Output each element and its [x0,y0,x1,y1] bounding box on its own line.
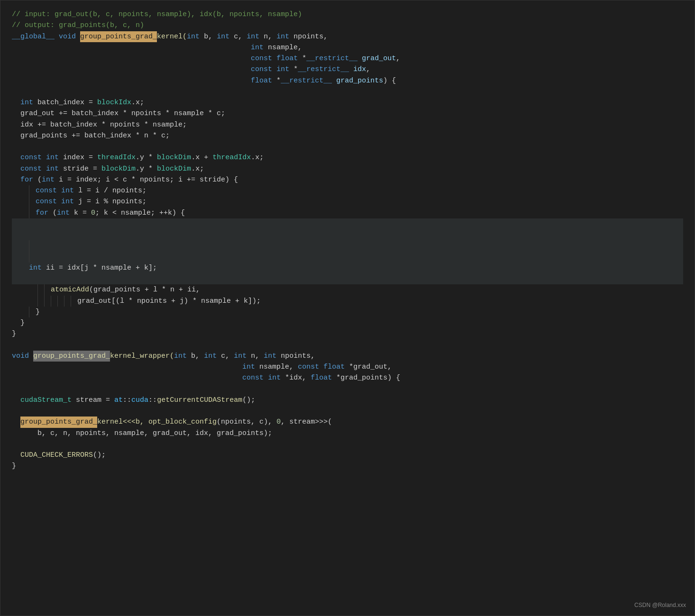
code-line-19: for (int k = 0; k < nsample; ++k) { [12,208,683,218]
comment-text-2: // output: grad_points(b, c, n) [12,20,144,31]
void-keyword: void [59,31,76,42]
code-line-6: const int *__restrict__ idx, [12,64,683,75]
code-line-31: cudaStream_t stream = at::cuda::getCurre… [12,395,683,406]
func-name-hl: group_points_grad_ [80,31,157,42]
code-line-20: int ii = idx[j * nsample + k]; [12,218,683,285]
wrapper-func-hl: group_points_grad_ [33,351,110,362]
code-line-13 [12,141,683,152]
code-line-1: // input: grad_out(b, c, npoints, nsampl… [12,9,683,20]
code-line-26 [12,340,683,351]
code-line-16: for (int i = index; i < c * npoints; i +… [12,174,683,185]
code-line-5: const float *__restrict__ grad_out, [12,53,683,64]
code-line-10: grad_out += batch_index * npoints * nsam… [12,108,683,119]
code-line-24: } [12,317,683,328]
code-line-35 [12,439,683,450]
code-line-22: grad_out[(l * npoints + j) * nsample + k… [12,296,683,307]
code-line-18: const int j = i % npoints; [12,196,683,207]
code-line-30 [12,384,683,395]
code-line-28: int nsample, const float *grad_out, [12,362,683,372]
comment-text-1: // input: grad_out(b, c, npoints, nsampl… [12,9,302,20]
code-line-29: const int *idx, float *grad_points) { [12,372,683,383]
code-line-34: b, c, n, npoints, nsample, grad_out, idx… [12,428,683,439]
code-line-2: // output: grad_points(b, c, n) [12,20,683,31]
code-line-11: idx += batch_index * npoints * nsample; [12,119,683,130]
code-line-14: const int index = threadIdx.y * blockDim… [12,152,683,163]
kernel-call-hl: group_points_grad_ [20,417,97,427]
code-line-17: const int l = i / npoints; [12,185,683,196]
global-keyword: __global__ [12,31,55,42]
code-viewer: // input: grad_out(b, c, npoints, nsampl… [0,0,695,616]
code-line-32 [12,406,683,417]
code-line-37: } [12,461,683,471]
code-line-25: } [12,328,683,339]
code-line-33: group_points_grad_kernel<<<b, opt_block_… [12,417,683,427]
func-name-rest: kernel( [157,31,187,42]
code-line-15: const int stride = blockDim.y * blockDim… [12,163,683,174]
code-line-21: atomicAdd(grad_points + l * n + ii, [12,284,683,295]
code-line-36: CUDA_CHECK_ERRORS(); [12,450,683,461]
code-line-7: float *__restrict__ grad_points) { [12,75,683,86]
code-line-4: int nsample, [12,42,683,53]
code-line-12: grad_points += batch_index * n * c; [12,130,683,141]
code-line-23: } [12,307,683,317]
code-line-3: __global__ void group_points_grad_kernel… [12,31,683,42]
code-line-8 [12,86,683,97]
code-line-9: int batch_index = blockIdx.x; [12,97,683,108]
code-line-27: void group_points_grad_kernel_wrapper(in… [12,351,683,362]
watermark-text: CSDN @Roland.xxx [634,601,686,610]
